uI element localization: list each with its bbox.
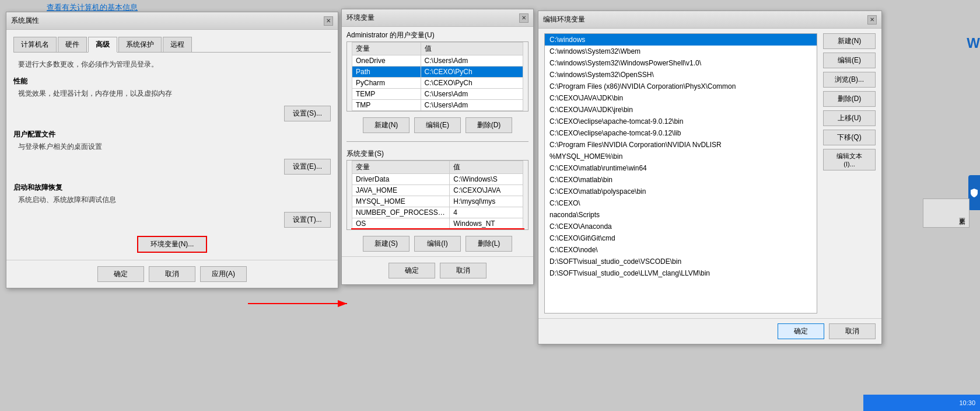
editenv-new-btn[interactable]: 新建(N) xyxy=(823,33,876,49)
sys-var-row[interactable]: PathC:\windows\sy xyxy=(352,229,523,231)
editenv-edit-btn[interactable]: 编辑(E) xyxy=(823,53,876,68)
sys-col-name: 变量 xyxy=(352,161,450,174)
sys-var-row[interactable]: JAVA_HOMEC:\CEXO\JAVA xyxy=(352,185,523,196)
list-item[interactable]: C:\CEXO\Git\Git\cmd xyxy=(545,232,817,244)
w-logo: W xyxy=(967,35,980,51)
sysprops-footer: 确定 取消 应用(A) xyxy=(6,260,338,288)
envvars-cancel-btn[interactable]: 取消 xyxy=(440,263,487,278)
perf-settings-btn[interactable]: 设置(S)... xyxy=(284,106,331,121)
user-var-row[interactable]: PyCharmC:\CEXO\PyCh xyxy=(352,78,523,89)
list-item[interactable]: %MYSQL_HOME%\bin xyxy=(545,151,817,162)
list-item[interactable]: C:\windows\System32\OpenSSH\ xyxy=(545,69,817,81)
arrow-indicator xyxy=(245,286,362,321)
user-var-row[interactable]: OneDriveC:\Users\Adm xyxy=(352,55,523,67)
user-var-row[interactable]: TEMPC:\Users\Adm xyxy=(352,89,523,100)
perf-section: 性能 视觉效果，处理器计划，内存使用，以及虚拟内存 设置(S)... xyxy=(13,76,331,121)
startup-title: 启动和故障恢复 xyxy=(13,183,331,193)
taskbar-time: 10:30 xyxy=(959,399,975,406)
sys-var-row[interactable]: MYSQL_HOMEH:\mysql\mys xyxy=(352,196,523,207)
editenv-cancel-btn[interactable]: 取消 xyxy=(829,323,876,339)
editenv-down-btn[interactable]: 下移(Q) xyxy=(823,130,876,145)
tab-advanced[interactable]: 高级 xyxy=(88,37,117,53)
user-new-btn[interactable]: 新建(N) xyxy=(363,117,410,133)
tab-hardware[interactable]: 硬件 xyxy=(58,37,87,52)
env-vars-btn[interactable]: 环境变量(N)... xyxy=(137,236,207,253)
list-item[interactable]: C:\CEXO\matlab\bin xyxy=(545,174,817,186)
envvars-ok-btn[interactable]: 确定 xyxy=(388,263,435,278)
tab-computername[interactable]: 计算机名 xyxy=(13,37,57,52)
sysprops-titlebar: 系统属性 ✕ xyxy=(6,12,338,30)
update-btn-area: 更新 xyxy=(923,198,970,229)
editenv-ok-btn[interactable]: 确定 xyxy=(778,323,824,339)
list-item[interactable]: C:\CEXO\node\ xyxy=(545,244,817,256)
sys-vars-scroll[interactable]: 变量 值 DriverDataC:\Windows\SJAVA_HOMEC:\C… xyxy=(346,160,528,230)
list-item[interactable]: C:\windows\System32\WindowsPowerShell\v1… xyxy=(545,57,817,69)
envvars-close-btn[interactable]: ✕ xyxy=(519,13,528,23)
user-edit-btn[interactable]: 编辑(E) xyxy=(414,117,461,133)
list-item[interactable]: C:\windows xyxy=(545,34,817,46)
sys-var-row[interactable]: OSWindows_NT xyxy=(352,218,523,229)
user-delete-btn[interactable]: 删除(D) xyxy=(466,117,512,133)
list-item[interactable]: C:\Program Files\NVIDIA Corporation\NVID… xyxy=(545,139,817,151)
profile-settings-btn[interactable]: 设置(E)... xyxy=(284,159,331,175)
profile-section: 用户配置文件 与登录帐户相关的桌面设置 设置(E)... xyxy=(13,130,331,175)
list-item[interactable]: C:\CEXO\JAVA\JDK\jre\bin xyxy=(545,104,817,116)
user-var-row[interactable]: PathC:\CEXO\PyCh xyxy=(352,67,523,78)
sys-var-row[interactable]: NUMBER_OF_PROCESSORS4 xyxy=(352,207,523,218)
sys-delete-btn[interactable]: 删除(L) xyxy=(466,236,512,252)
update-btn[interactable]: 更新 xyxy=(923,198,970,228)
list-item[interactable]: C:\windows\System32\Wbem xyxy=(545,46,817,57)
list-item[interactable]: D:\SOFT\visual_studio_code\VSCODE\bin xyxy=(545,256,817,267)
editenv-footer: 确定 取消 xyxy=(538,318,881,344)
editenv-browse-btn[interactable]: 浏览(B)... xyxy=(823,72,876,88)
user-vars-wrapper: 变量 值 OneDriveC:\Users\AdmPathC:\CEXO\PyC… xyxy=(342,41,533,112)
user-var-row[interactable]: TMPC:\Users\Adm xyxy=(352,100,523,111)
list-item[interactable]: C:\CEXO\JAVA\JDK\bin xyxy=(545,92,817,104)
tab-sysprotect[interactable]: 系统保护 xyxy=(118,37,162,52)
list-item[interactable]: C:\CEXO\eclipse\apache-tomcat-9.0.12\lib xyxy=(545,127,817,139)
sysprops-dialog: 系统属性 ✕ 计算机名 硬件 高级 系统保护 远程 要进行大多数更改，你必须作为… xyxy=(6,12,338,288)
list-item[interactable]: C:\CEXO\eclipse\apache-tomcat-9.0.12\bin xyxy=(545,116,817,127)
sysprops-notice: 要进行大多数更改，你必须作为管理员登录。 xyxy=(18,60,331,69)
list-item[interactable]: C:\Program Files (x86)\NVIDIA Corporatio… xyxy=(545,81,817,92)
tab-remote[interactable]: 远程 xyxy=(163,37,192,52)
sysprops-cancel-btn[interactable]: 取消 xyxy=(149,266,195,282)
sysprops-close-btn[interactable]: ✕ xyxy=(324,16,333,26)
envvars-title: 环境变量 xyxy=(346,13,374,23)
editenv-list-container: C:\windowsC:\windows\System32\WbemC:\win… xyxy=(544,33,817,314)
taskbar: 10:30 xyxy=(863,395,980,411)
user-vars-table: 变量 值 OneDriveC:\Users\AdmPathC:\CEXO\PyC… xyxy=(352,42,523,111)
user-vars-title: Administrator 的用户变量(U) xyxy=(342,27,533,41)
editenv-titlebar: 编辑环境变量 ✕ xyxy=(538,11,881,29)
user-vars-scroll[interactable]: 变量 值 OneDriveC:\Users\AdmPathC:\CEXO\PyC… xyxy=(346,41,528,112)
sys-new-btn[interactable]: 新建(S) xyxy=(363,236,410,252)
sys-vars-title: 系统变量(S) xyxy=(342,145,533,160)
user-vars-btns: 新建(N) 编辑(E) 删除(D) xyxy=(342,115,533,138)
editenv-list[interactable]: C:\windowsC:\windows\System32\WbemC:\win… xyxy=(544,33,817,314)
startup-section: 启动和故障恢复 系统启动、系统故障和调试信息 设置(T)... xyxy=(13,183,331,228)
sys-vars-btns: 新建(S) 编辑(I) 删除(L) xyxy=(342,234,533,256)
editenv-close-btn[interactable]: ✕ xyxy=(867,15,877,25)
profile-text: 与登录帐户相关的桌面设置 xyxy=(18,142,331,152)
list-item[interactable]: D:\SOFT\visual_studio_code\LLVM_clang\LL… xyxy=(545,267,817,279)
sysprops-apply-btn[interactable]: 应用(A) xyxy=(200,266,247,282)
startup-settings-btn[interactable]: 设置(T)... xyxy=(284,212,331,228)
envvars-titlebar: 环境变量 ✕ xyxy=(342,9,533,27)
user-col-value: 值 xyxy=(421,43,523,55)
sysprops-tabs: 计算机名 硬件 高级 系统保护 远程 xyxy=(13,37,331,53)
list-item[interactable]: C:\CEXO\Anaconda xyxy=(545,221,817,232)
list-item[interactable]: C:\CEXO\matlab\polyspace\bin xyxy=(545,186,817,197)
sys-col-value: 值 xyxy=(450,161,523,174)
shield-icon xyxy=(968,175,980,210)
sysprops-title: 系统属性 xyxy=(11,16,39,26)
sysprops-ok-btn[interactable]: 确定 xyxy=(97,266,144,282)
editenv-edittext-btn[interactable]: 编辑文本(I)... xyxy=(823,149,876,170)
editenv-delete-btn[interactable]: 删除(D) xyxy=(823,91,876,107)
sys-edit-btn[interactable]: 编辑(I) xyxy=(414,236,461,252)
list-item[interactable]: naconda\Scripts xyxy=(545,209,817,221)
list-item[interactable]: C:\CEXO\ xyxy=(545,197,817,209)
sys-var-row[interactable]: DriverDataC:\Windows\S xyxy=(352,174,523,185)
sys-vars-table: 变量 值 DriverDataC:\Windows\SJAVA_HOMEC:\C… xyxy=(352,161,523,230)
editenv-up-btn[interactable]: 上移(U) xyxy=(823,110,876,126)
list-item[interactable]: C:\CEXO\matlab\runtime\win64 xyxy=(545,162,817,174)
